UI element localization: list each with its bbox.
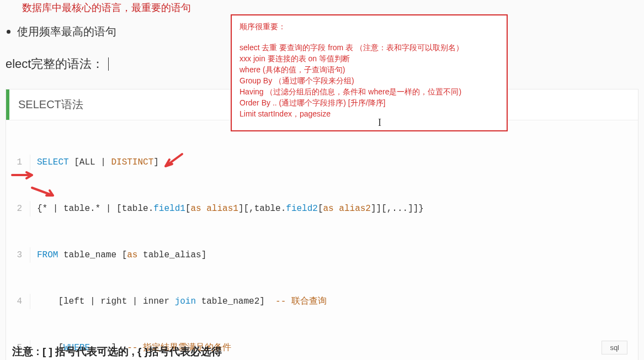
- bullet-text: 使用频率最高的语句: [17, 24, 116, 39]
- language-tag: sql: [602, 341, 627, 354]
- code-block: 1SELECT [ALL | DISTINCT] 2{* | table.* |…: [6, 120, 638, 360]
- tok: join: [175, 297, 196, 306]
- tok: as alias1: [190, 204, 238, 214]
- line-number: 3: [6, 247, 30, 263]
- code-row: 1SELECT [ALL | DISTINCT]: [6, 155, 638, 170]
- tok: [ALL |: [74, 157, 111, 167]
- bullet-icon: [7, 30, 10, 34]
- tok: as: [127, 250, 137, 260]
- note-line: xxx join 要连接的表 on 等值判断: [239, 53, 499, 64]
- text-cursor-icon: [108, 57, 109, 71]
- ibeam-cursor-icon: I: [378, 117, 381, 129]
- tok: [left | right | inner: [37, 297, 175, 306]
- tok: SELECT: [37, 157, 74, 167]
- code-row: 4 [left | right | inner join table_name2…: [6, 294, 638, 309]
- syntax-heading-text: elect完整的语法：: [6, 56, 104, 72]
- note-line: where (具体的值，子查询语句): [239, 64, 499, 75]
- tok: ]: [153, 157, 159, 167]
- red-arrow-icon: [10, 171, 36, 183]
- red-arrow-icon: [160, 152, 184, 171]
- partial-prev-heading: 数据库中最核心的语言，最重要的语句: [6, 0, 638, 15]
- line-number: 4: [6, 294, 30, 309]
- note-line: Limit startIndex，pagesize: [239, 108, 499, 119]
- tok: table_name2]: [196, 297, 275, 306]
- tok: DISTINCT: [111, 157, 153, 167]
- line-number: 2: [6, 201, 30, 216]
- tok: [: [185, 204, 191, 214]
- tok: field1: [153, 204, 185, 214]
- note-title: 顺序很重要：: [239, 21, 499, 32]
- tok: table_name [: [63, 250, 127, 260]
- top-area: 数据库中最核心的语言，最重要的语句 使用频率最高的语句 elect完整的语法： …: [0, 0, 644, 82]
- note-line: select 去重 要查询的字段 from 表 （注意：表和字段可以取别名）: [239, 42, 499, 53]
- tok: [: [318, 204, 323, 214]
- tok: as alias2: [323, 204, 371, 214]
- note-line: Order By .. (通过哪个字段排序) [升序/降序]: [239, 97, 499, 108]
- tok: field2: [286, 204, 318, 214]
- code-row: 3FROM table_name [as table_alias]: [6, 247, 638, 263]
- tok: {* | table.* | [table.: [37, 204, 153, 214]
- tok: FROM: [37, 250, 63, 260]
- footer-note: 注意 : [ ] 括号代表可选的 , { }括号代表必选得: [12, 345, 222, 359]
- tok: -- 联合查询: [275, 297, 327, 306]
- tok: table_alias]: [137, 250, 206, 260]
- note-line: Having （过滤分组后的信息，条件和 where是一样的，位置不同): [239, 86, 499, 97]
- red-arrow-icon: [29, 186, 57, 199]
- code-row: 2{* | table.* | [table.field1[as alias1]…: [6, 201, 638, 216]
- tok: ][,table.: [238, 204, 286, 214]
- tok: ]][,...]]}: [371, 204, 424, 214]
- annotation-box: 顺序很重要： select 去重 要查询的字段 from 表 （注意：表和字段可…: [231, 14, 508, 131]
- line-number: 1: [6, 155, 30, 170]
- note-line: Group By （通过哪个字段来分组): [239, 75, 499, 86]
